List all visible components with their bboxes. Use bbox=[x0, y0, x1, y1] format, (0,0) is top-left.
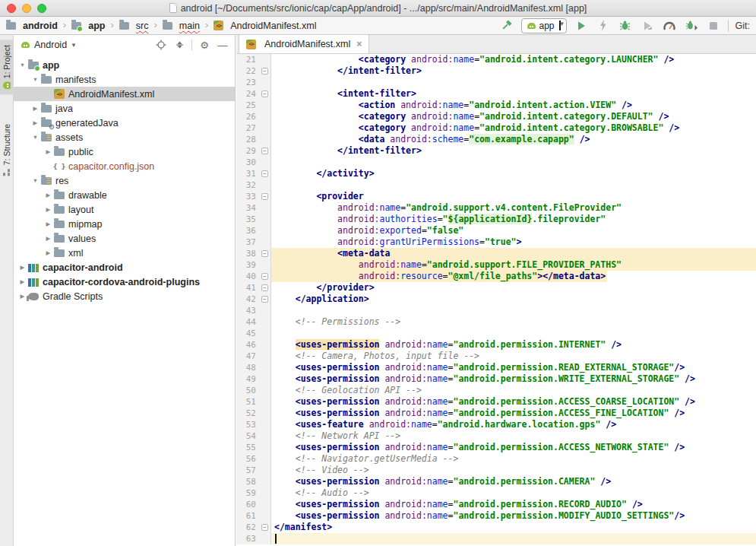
minimize-window-button[interactable] bbox=[22, 4, 31, 13]
git-branch-label[interactable]: Git: bbox=[735, 21, 750, 31]
run-configuration-combo[interactable]: app ▼ bbox=[521, 18, 567, 33]
code-line-49[interactable]: 49 <uses-permission android:name="androi… bbox=[236, 373, 756, 385]
close-window-button[interactable] bbox=[7, 4, 16, 13]
run-button-icon[interactable] bbox=[574, 18, 589, 33]
code-line-51[interactable]: 51 <uses-permission android:name="androi… bbox=[236, 396, 756, 408]
breadcrumb-item-app[interactable]: app bbox=[70, 21, 106, 31]
code-line-37[interactable]: 37 android:grantUriPermissions="true"> bbox=[236, 236, 756, 248]
tree-item-gradle-scripts[interactable]: ▶Gradle Scripts bbox=[14, 289, 235, 303]
tree-expand-arrow[interactable]: ▼ bbox=[18, 62, 27, 68]
tree-expand-arrow[interactable]: ▶ bbox=[44, 206, 52, 213]
tree-item-xml[interactable]: ▶xml bbox=[14, 246, 235, 260]
run-disabled-play-icon[interactable] bbox=[640, 18, 655, 33]
code-line-34[interactable]: 34 android:name="android.support.v4.cont… bbox=[236, 202, 756, 214]
debug-bug-icon[interactable] bbox=[618, 18, 633, 33]
fold-marker-icon[interactable]: − bbox=[261, 273, 268, 280]
tree-expand-arrow[interactable]: ▶ bbox=[18, 293, 27, 300]
breadcrumb-item-android[interactable]: android bbox=[5, 21, 59, 31]
tree-expand-arrow[interactable]: ▶ bbox=[44, 249, 52, 256]
tree-item-values[interactable]: ▶values bbox=[14, 231, 235, 246]
code-line-21[interactable]: 21 <category android:name="android.inten… bbox=[236, 54, 756, 65]
tool-strip-tab-structure[interactable]: 7: Structure bbox=[0, 119, 14, 181]
code-line-45[interactable]: 45 bbox=[236, 328, 756, 339]
fold-marker-icon[interactable]: − bbox=[261, 284, 268, 291]
breadcrumb-item-src[interactable]: src bbox=[118, 21, 150, 31]
settings-gear-icon[interactable]: ⚙ bbox=[198, 39, 210, 51]
breadcrumb-item-main[interactable]: main bbox=[161, 21, 201, 31]
stop-square-icon[interactable] bbox=[706, 18, 721, 33]
code-area[interactable]: 21 <category android:name="android.inten… bbox=[236, 54, 756, 546]
tree-item-app[interactable]: ▼app bbox=[14, 58, 235, 72]
code-line-60[interactable]: 60 <uses-permission android:name="androi… bbox=[236, 499, 756, 510]
tree-item-manifests[interactable]: ▼manifests bbox=[14, 72, 235, 87]
code-line-59[interactable]: 59 <!-- Audio --> bbox=[236, 487, 756, 499]
fold-marker-icon[interactable]: − bbox=[261, 170, 268, 177]
tree-expand-arrow[interactable]: ▼ bbox=[31, 134, 40, 141]
code-line-52[interactable]: 52 <uses-permission android:name="androi… bbox=[236, 408, 756, 419]
code-line-38[interactable]: 38− <meta-data bbox=[236, 248, 756, 259]
project-view-selector[interactable]: Android bbox=[34, 40, 67, 50]
tree-expand-arrow[interactable]: ▶ bbox=[44, 192, 52, 198]
code-line-47[interactable]: 47 <!-- Camera, Photos, input file --> bbox=[236, 351, 756, 362]
code-line-42[interactable]: 42− </application> bbox=[236, 294, 756, 305]
code-line-50[interactable]: 50 <!-- Geolocation API --> bbox=[236, 385, 756, 396]
apply-changes-lightning-icon[interactable] bbox=[596, 18, 611, 33]
editor-tab-androidmanifest[interactable]: AndroidManifest.xml × bbox=[239, 34, 369, 53]
code-line-25[interactable]: 25 <action android:name="android.intent.… bbox=[236, 100, 756, 111]
fold-marker-icon[interactable]: − bbox=[261, 148, 268, 154]
tree-expand-arrow[interactable]: ▶ bbox=[44, 148, 52, 155]
tree-expand-arrow[interactable]: ▶ bbox=[31, 119, 40, 126]
code-line-48[interactable]: 48 <uses-permission android:name="androi… bbox=[236, 362, 756, 373]
profiler-gauge-icon[interactable] bbox=[662, 18, 677, 33]
fold-marker-icon[interactable]: − bbox=[261, 250, 268, 257]
tree-expand-arrow[interactable]: ▶ bbox=[18, 264, 27, 271]
code-line-41[interactable]: 41− </provider> bbox=[236, 282, 756, 294]
collapse-all-icon[interactable] bbox=[173, 39, 185, 51]
code-line-30[interactable]: 30 bbox=[236, 157, 756, 168]
zoom-window-button[interactable] bbox=[37, 4, 46, 13]
code-line-23[interactable]: 23 bbox=[236, 77, 756, 88]
tree-expand-arrow[interactable]: ▼ bbox=[31, 76, 40, 83]
code-line-53[interactable]: 53 <uses-feature android:name="android.h… bbox=[236, 419, 756, 430]
fold-marker-icon[interactable]: − bbox=[261, 524, 268, 531]
code-line-58[interactable]: 58 <uses-permission android:name="androi… bbox=[236, 476, 756, 487]
tree-item-capacitor-config-json[interactable]: capacitor.config.json bbox=[14, 159, 235, 173]
code-line-57[interactable]: 57 <!-- Video --> bbox=[236, 465, 756, 476]
code-line-33[interactable]: 33− <provider bbox=[236, 191, 756, 202]
code-line-55[interactable]: 55 <uses-permission android:name="androi… bbox=[236, 442, 756, 453]
tree-item-mipmap[interactable]: ▶mipmap bbox=[14, 217, 235, 231]
code-line-63[interactable]: 63 bbox=[236, 533, 756, 544]
build-hammer-icon[interactable] bbox=[499, 18, 514, 33]
attach-debugger-bug-arrow-icon[interactable] bbox=[684, 18, 699, 33]
code-line-31[interactable]: 31− </activity> bbox=[236, 168, 756, 179]
fold-marker-icon[interactable]: − bbox=[261, 90, 268, 97]
tool-strip-tab-project[interactable]: 1: Project bbox=[0, 40, 14, 94]
fold-marker-icon[interactable]: − bbox=[261, 68, 268, 75]
tree-item-java[interactable]: ▶java bbox=[14, 101, 235, 116]
tree-expand-arrow[interactable]: ▶ bbox=[44, 235, 52, 242]
code-line-61[interactable]: 61 <uses-permission android:name="androi… bbox=[236, 510, 756, 522]
code-line-27[interactable]: 27 <category android:name="android.inten… bbox=[236, 122, 756, 134]
tree-item-layout[interactable]: ▶layout bbox=[14, 202, 235, 217]
tree-item-assets[interactable]: ▼assets bbox=[14, 130, 235, 144]
code-line-32[interactable]: 32 bbox=[236, 179, 756, 191]
code-line-43[interactable]: 43 bbox=[236, 305, 756, 316]
code-line-22[interactable]: 22− </intent-filter> bbox=[236, 65, 756, 77]
code-line-62[interactable]: 62−</manifest> bbox=[236, 522, 756, 533]
tree-expand-arrow[interactable]: ▶ bbox=[18, 278, 27, 285]
tree-item-drawable[interactable]: ▶drawable bbox=[14, 188, 235, 202]
code-line-46[interactable]: 46 <uses-permission android:name="androi… bbox=[236, 339, 756, 351]
code-line-54[interactable]: 54 <!-- Network API --> bbox=[236, 430, 756, 442]
code-line-36[interactable]: 36 android:exported="false" bbox=[236, 225, 756, 236]
code-line-44[interactable]: 44 <!-- Permissions --> bbox=[236, 316, 756, 328]
tree-item-generatedjava[interactable]: ▶generatedJava bbox=[14, 116, 235, 130]
tree-expand-arrow[interactable]: ▼ bbox=[31, 177, 40, 184]
breadcrumb-item-androidmanifest-xml[interactable]: AndroidManifest.xml bbox=[212, 21, 318, 31]
tree-item-androidmanifest-xml[interactable]: AndroidManifest.xml bbox=[14, 87, 235, 101]
code-line-24[interactable]: 24− <intent-filter> bbox=[236, 88, 756, 100]
code-line-29[interactable]: 29− </intent-filter> bbox=[236, 145, 756, 157]
hide-panel-icon[interactable]: — bbox=[217, 39, 229, 51]
close-tab-icon[interactable]: × bbox=[356, 39, 362, 49]
code-line-28[interactable]: 28 <data android:scheme="com.example.cap… bbox=[236, 134, 756, 145]
code-line-35[interactable]: 35 android:authorities="${applicationId}… bbox=[236, 214, 756, 225]
